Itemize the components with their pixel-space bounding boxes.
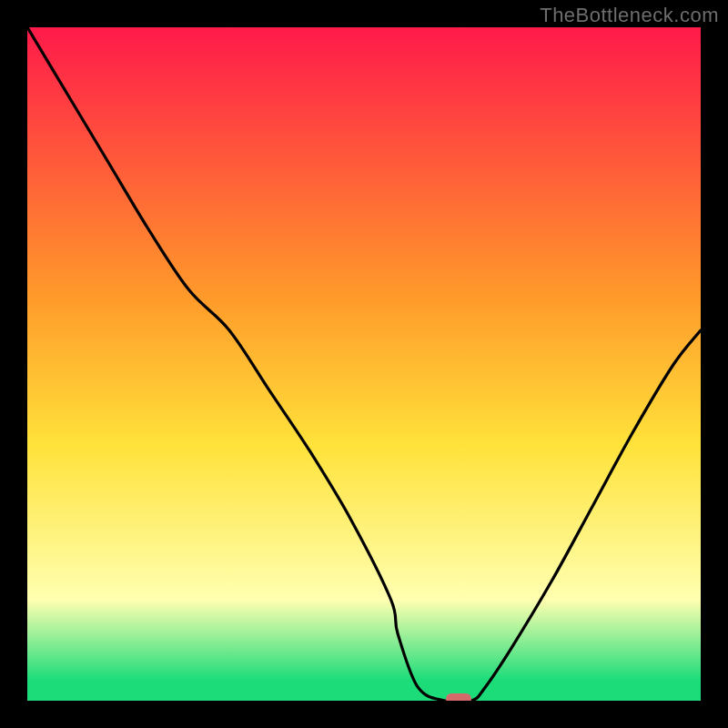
chart-stage: TheBottleneck.com [0,0,728,728]
minimum-marker [446,693,471,701]
bottleneck-curve [27,27,701,701]
plot-area [27,27,701,701]
watermark-text: TheBottleneck.com [540,4,719,27]
